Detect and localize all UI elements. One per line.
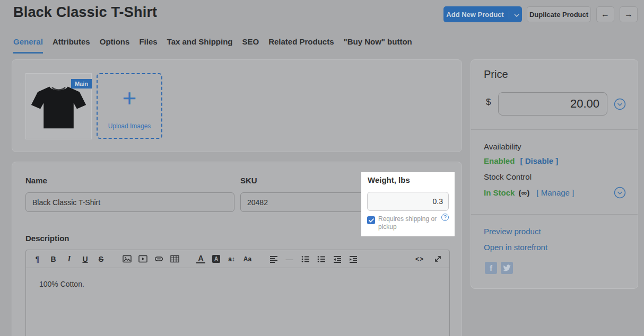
insert-video-icon[interactable]: [138, 254, 147, 264]
divider: [471, 214, 638, 215]
weight-spotlight-section: Weight, lbs Requires shipping or pickup …: [361, 172, 455, 236]
description-label: Description: [25, 234, 69, 243]
twitter-icon: [503, 264, 511, 271]
requires-shipping-label[interactable]: Requires shipping or pickup: [378, 215, 442, 231]
facebook-icon: f: [490, 263, 492, 272]
sidebar-card: Price $ Availability Enabled [ Disable ]…: [471, 59, 638, 289]
page-title: Black Classic T-Shirt: [13, 4, 157, 21]
italic-icon[interactable]: I: [65, 254, 74, 264]
price-input[interactable]: [498, 92, 607, 116]
tab-tax-and-shipping[interactable]: Tax and Shipping: [167, 37, 233, 54]
product-tabs: General Attributes Options Files Tax and…: [13, 37, 412, 54]
preview-product-link[interactable]: Preview product: [484, 227, 541, 236]
font-color-icon[interactable]: A: [196, 254, 205, 263]
duplicate-product-label: Duplicate Product: [529, 11, 588, 19]
line-height-icon[interactable]: a↕: [227, 254, 236, 264]
open-in-storefront-link[interactable]: Open in storefront: [484, 243, 547, 252]
sku-input[interactable]: [240, 192, 364, 212]
horizontal-rule-icon[interactable]: —: [285, 254, 294, 264]
insert-link-icon[interactable]: [154, 254, 163, 264]
disable-link[interactable]: [ Disable ]: [520, 156, 559, 165]
previous-product-button[interactable]: ←: [596, 6, 614, 22]
highlight-color-icon[interactable]: A: [212, 255, 220, 263]
editor-toolbar: ¶ B I U S A A: [26, 250, 449, 268]
main-image-badge: Main: [71, 79, 92, 89]
stock-row: In Stock (∞) [ Manage ]: [484, 188, 574, 197]
name-input[interactable]: [25, 192, 234, 212]
stock-quantity: (∞): [519, 188, 530, 197]
sku-label: SKU: [240, 176, 257, 185]
product-image-thumbnail[interactable]: Main: [25, 73, 92, 139]
arrow-left-icon: ←: [601, 10, 610, 19]
strikethrough-icon[interactable]: S: [97, 254, 106, 264]
add-new-product-dropdown[interactable]: [509, 11, 519, 19]
gallery-card: Main + Upload Images: [12, 59, 462, 152]
divider: [471, 129, 638, 130]
bold-icon[interactable]: B: [49, 254, 58, 264]
product-edit-page: Black Classic T-Shirt Add New Product Du…: [0, 0, 644, 336]
tab-attributes[interactable]: Attributes: [53, 37, 90, 54]
duplicate-product-button[interactable]: Duplicate Product: [527, 6, 591, 22]
twitter-share-button[interactable]: [501, 262, 513, 274]
name-label: Name: [25, 176, 47, 185]
weight-input[interactable]: [367, 192, 449, 211]
description-editor: ¶ B I U S A A: [25, 250, 450, 336]
chevron-down-icon: [514, 11, 519, 19]
text-style-icon[interactable]: Aa: [243, 254, 252, 264]
chevron-down-circle-icon: [614, 98, 626, 110]
outdent-icon[interactable]: [333, 254, 342, 264]
insert-image-icon[interactable]: [123, 254, 132, 264]
price-options-chevron[interactable]: [614, 98, 626, 110]
source-code-icon[interactable]: <>: [414, 254, 425, 264]
add-new-product-label: Add New Product: [446, 11, 503, 19]
plus-icon: +: [123, 86, 137, 110]
add-new-product-button[interactable]: Add New Product: [443, 6, 522, 22]
requires-shipping-checkbox[interactable]: [367, 216, 375, 224]
paragraph-icon[interactable]: ¶: [33, 254, 42, 264]
chevron-down-circle-icon: [614, 187, 626, 199]
tab-general[interactable]: General: [13, 37, 43, 54]
manage-stock-link[interactable]: [ Manage ]: [536, 188, 574, 197]
stock-options-chevron[interactable]: [614, 187, 626, 199]
bullet-list-icon[interactable]: [301, 254, 310, 264]
stock-status: In Stock: [484, 188, 515, 197]
underline-icon[interactable]: U: [81, 254, 90, 264]
upload-images-label: Upload Images: [108, 122, 151, 130]
numbered-list-icon[interactable]: [317, 254, 326, 264]
indent-icon[interactable]: [349, 254, 358, 264]
currency-symbol: $: [486, 97, 491, 108]
tab-seo[interactable]: SEO: [242, 37, 259, 54]
arrow-right-icon: →: [624, 10, 633, 19]
price-label: Price: [484, 68, 508, 81]
help-icon[interactable]: ?: [441, 214, 449, 221]
upload-images-button[interactable]: + Upload Images: [97, 73, 162, 139]
toolbar-right-group: <>: [414, 254, 442, 264]
availability-label: Availability: [484, 142, 521, 151]
insert-table-icon[interactable]: [170, 254, 179, 264]
tab-options[interactable]: Options: [100, 37, 130, 54]
stock-control-label: Stock Control: [484, 172, 532, 181]
facebook-share-button[interactable]: f: [485, 262, 497, 274]
tab-buy-now-button[interactable]: "Buy Now" button: [344, 37, 412, 54]
checkmark-icon: [369, 218, 374, 223]
tab-files[interactable]: Files: [139, 37, 157, 54]
description-content[interactable]: 100% Cotton.: [26, 268, 449, 300]
weight-label: Weight, lbs: [368, 175, 410, 184]
align-left-icon[interactable]: [269, 254, 278, 264]
availability-status: Enabled: [484, 156, 515, 165]
next-product-button[interactable]: →: [620, 6, 638, 22]
fullscreen-icon[interactable]: [433, 254, 442, 264]
tab-related-products[interactable]: Related Products: [268, 37, 334, 54]
availability-row: Enabled [ Disable ]: [484, 156, 558, 165]
